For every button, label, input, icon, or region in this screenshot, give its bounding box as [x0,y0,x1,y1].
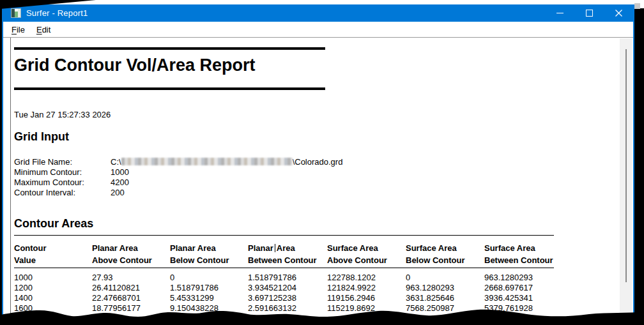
report-area-border [10,38,11,325]
menu-item-edit[interactable]: Edit [31,22,56,37]
torn-corner-top-right [634,3,640,9]
table-rule-bottom [14,268,554,268]
grid-input-heading: Grid Input [14,130,69,144]
grid-input-label: Maximum Contour: [14,178,111,187]
grid-input-value: 200 [111,188,125,197]
title-rule-top [14,47,325,50]
grid-input-value: 4200 [111,178,129,187]
grid-input-list: Grid File Name:C:\\Colorado.grdMinimum C… [14,157,342,198]
grid-input-label: Grid File Name: [14,157,111,167]
torn-corner-top-left [0,0,96,9]
report-title: Grid Contour Vol/Area Report [14,56,256,75]
close-icon [615,10,622,17]
menu-item-file[interactable]: File [3,22,31,37]
grid-input-row: Maximum Contour:4200 [14,178,342,188]
minimize-button[interactable] [545,4,574,22]
table-rule-top [14,235,554,236]
grid-input-row: Contour Interval:200 [14,188,342,198]
grid-input-row: Grid File Name:C:\\Colorado.grd [14,157,342,167]
screenshot-edge-left [0,0,2,325]
contour-areas-heading: Contour Areas [14,217,93,231]
torn-edge-bottom [0,308,644,325]
maximize-button[interactable] [574,4,604,22]
maximize-icon [586,10,593,17]
window-title: Surfer - Report1 [26,8,545,18]
grid-input-value: C:\\Colorado.grd [111,157,342,167]
grid-input-label: Minimum Contour: [14,167,111,177]
redacted-file-path [121,158,293,165]
title-rule-bottom [14,87,325,90]
close-button[interactable] [604,4,633,22]
surfer-report-icon [11,8,21,18]
menu-bar: FileEdit [3,22,633,38]
title-bar[interactable]: Surfer - Report1 [3,4,633,22]
grid-input-row: Minimum Contour:1000 [14,167,342,178]
grid-input-value: 1000 [111,167,129,177]
grid-input-label: Contour Interval: [14,188,111,197]
screenshot-edge-right [634,8,644,325]
surfer-report-window: Surfer - Report1 FileEdit Grid Contour V… [2,4,634,325]
report-timestamp: Tue Jan 27 15:27:33 2026 [14,110,111,119]
minimize-icon [556,13,564,13]
scrollbar-thumb[interactable] [625,49,627,282]
vertical-scrollbar[interactable] [620,38,632,325]
